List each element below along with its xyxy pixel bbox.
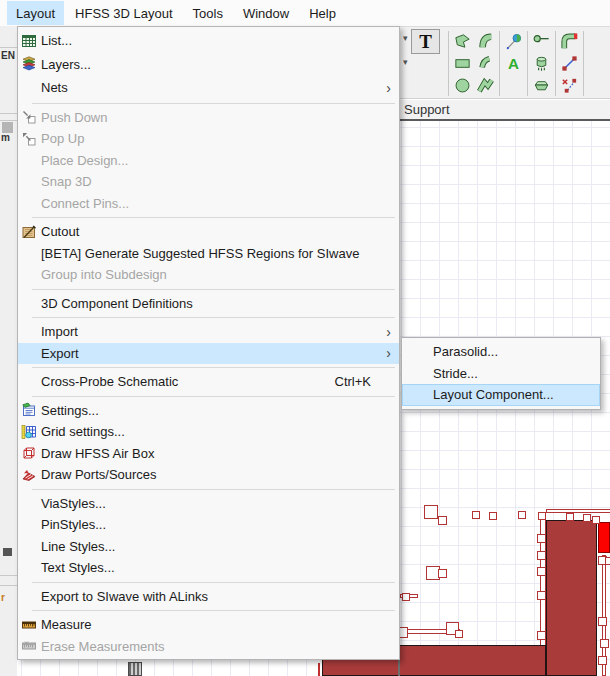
draw-arc-trace-button[interactable] <box>474 30 497 52</box>
draw-arc-trace-icon <box>476 32 495 51</box>
menu-item-label: Settings... <box>41 403 99 418</box>
toolbar-group <box>502 29 525 98</box>
submenu-item-layout-component[interactable]: Layout Component... <box>402 384 600 406</box>
submenu-item-stride[interactable]: Stride... <box>402 363 600 385</box>
remove-net-icon <box>560 76 579 95</box>
menu-item-measure[interactable]: Measure <box>18 614 399 636</box>
draw-arc-button[interactable] <box>474 52 497 74</box>
via-pad <box>600 639 609 648</box>
menu-separator <box>32 367 395 368</box>
export-submenu: Parasolid...Stride...Layout Component... <box>401 337 601 410</box>
menu-item-label: List... <box>41 33 72 48</box>
menu-item-layers[interactable]: Layers... <box>18 53 399 77</box>
toolbar-separator <box>448 31 449 96</box>
menu-item-line-styles[interactable]: Line Styles... <box>18 536 399 558</box>
menu-item-label: ViaStyles... <box>41 496 106 511</box>
draw-polygon-button[interactable] <box>451 30 474 52</box>
menu-item-import[interactable]: Import› <box>18 321 399 343</box>
menu-item-cross-probe-schematic[interactable]: Cross-Probe SchematicCtrl+K <box>18 371 399 393</box>
add-pin-button[interactable] <box>530 30 553 52</box>
menu-item-label: [BETA] Generate Suggested HFSS Regions f… <box>41 246 359 261</box>
menu-item-connect-pins: Connect Pins... <box>18 193 399 215</box>
divider <box>0 113 17 114</box>
via-pad <box>424 505 438 519</box>
menu-item-pinstyles[interactable]: PinStyles... <box>18 514 399 536</box>
chevron-down-icon[interactable]: ▾ <box>403 34 408 43</box>
submenu-arrow-icon: › <box>386 325 391 339</box>
menu-item-erase-measurements: Erase Measurements <box>18 636 399 658</box>
submenu-item-parasolid[interactable]: Parasolid... <box>402 341 600 363</box>
menu-item-3d-component-definitions[interactable]: 3D Component Definitions <box>18 293 399 315</box>
menu-item-export[interactable]: Export› <box>18 343 399 365</box>
selected-polygon[interactable] <box>598 522 610 553</box>
menu-item-label: Cutout <box>41 224 79 239</box>
menu-separator <box>32 396 395 397</box>
menu-item-label: Place Design... <box>41 153 128 168</box>
draw-polyline-button[interactable] <box>474 74 497 96</box>
menubar-item-tools[interactable]: Tools <box>184 1 232 25</box>
menu-item-pop-up: Pop Up <box>18 128 399 150</box>
add-text-button[interactable] <box>502 52 525 74</box>
chevron-down-icon[interactable]: ▾ <box>403 58 408 67</box>
trace-mark <box>318 663 320 676</box>
menu-item-shortcut: Ctrl+K <box>335 374 371 389</box>
add-via-button[interactable] <box>530 52 553 74</box>
menu-separator <box>32 289 395 290</box>
menu-separator <box>32 610 395 611</box>
via-pad <box>537 534 546 543</box>
add-text-icon <box>504 54 523 73</box>
add-bondwire-button[interactable] <box>502 30 525 52</box>
menu-item-viastyles[interactable]: ViaStyles... <box>18 493 399 515</box>
layers-icon <box>21 56 37 72</box>
draw-polygon-icon <box>453 32 472 51</box>
menu-item-label: Measure <box>41 617 92 632</box>
menubar-item-window[interactable]: Window <box>234 1 298 25</box>
toolbar-separator <box>583 31 584 96</box>
draw-arc-icon <box>476 54 495 73</box>
panel-icon-fragment <box>3 548 12 556</box>
via-pad <box>472 511 480 519</box>
menubar-item-hfss-3d-layout[interactable]: HFSS 3D Layout <box>66 1 182 25</box>
ports-icon <box>21 467 37 483</box>
menu-item-label: Text Styles... <box>41 560 115 575</box>
draw-polyline-icon <box>476 76 495 95</box>
draw-circle-button[interactable] <box>451 74 474 96</box>
menu-item-label: 3D Component Definitions <box>41 296 193 311</box>
menu-item-grid-settings[interactable]: Grid settings... <box>18 421 399 443</box>
menu-item-cutout[interactable]: Cutout <box>18 221 399 243</box>
menu-item-label: Erase Measurements <box>41 639 165 654</box>
menu-item-settings[interactable]: Settings... <box>18 400 399 422</box>
trace-outline <box>546 509 610 513</box>
via-pad <box>537 631 546 640</box>
add-net-line-button[interactable] <box>558 52 581 74</box>
support-window-title: Support <box>404 102 450 117</box>
menu-item-draw-ports-sources[interactable]: Draw Ports/Sources <box>18 464 399 486</box>
menubar-item-layout[interactable]: Layout <box>7 1 64 25</box>
menu-separator <box>32 317 395 318</box>
toolbar-group <box>451 29 497 98</box>
draw-rectangle-button[interactable] <box>451 52 474 74</box>
menu-item-draw-hfss-air-box[interactable]: Draw HFSS Air Box <box>18 443 399 465</box>
via-pad <box>598 656 607 665</box>
submenu-arrow-icon: › <box>386 81 391 95</box>
menu-item-label: Export to SIwave with ALinks <box>41 589 208 604</box>
menu-item-label: Import <box>41 324 78 339</box>
text-tool-button[interactable]: T <box>411 29 440 54</box>
menu-separator <box>32 217 395 218</box>
menu-item-text-styles[interactable]: Text Styles... <box>18 557 399 579</box>
menu-item-export-to-siwave-with-alinks[interactable]: Export to SIwave with ALinks <box>18 586 399 608</box>
add-3d-object-button[interactable] <box>530 74 553 96</box>
bend-style-button[interactable] <box>558 30 581 52</box>
menu-item-label: Draw Ports/Sources <box>41 467 157 482</box>
submenu-item-label: Stride... <box>433 366 478 381</box>
menu-item-nets[interactable]: Nets› <box>18 76 399 100</box>
copper-polygon[interactable] <box>546 520 597 676</box>
via-pad <box>605 557 610 565</box>
menu-item-label: Nets <box>41 80 68 95</box>
menubar-item-help[interactable]: Help <box>300 1 345 25</box>
toolbar-separator <box>527 31 528 96</box>
menu-item-beta-generate-suggested-hfss-regions-for-siwave[interactable]: [BETA] Generate Suggested HFSS Regions f… <box>18 243 399 265</box>
menu-item-list[interactable]: List... <box>18 29 399 53</box>
submenu-item-label: Layout Component... <box>433 387 554 402</box>
remove-net-button[interactable] <box>558 74 581 96</box>
